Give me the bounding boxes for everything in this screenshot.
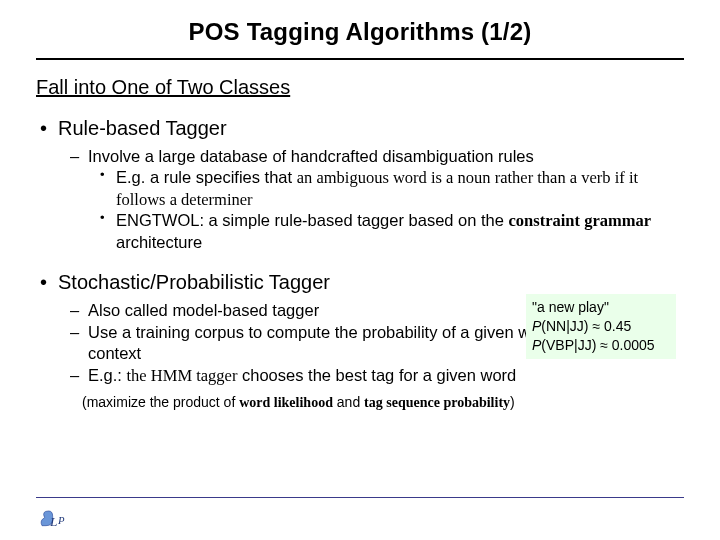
item-rule-based: Rule-based Tagger Involve a large databa… xyxy=(36,117,684,253)
text-em: the HMM tagger xyxy=(127,366,238,385)
item-label: Stochastic/Probabilistic Tagger xyxy=(58,271,330,293)
slp-logo: L P xyxy=(38,504,78,534)
slide-title: POS Tagging Algorithms (1/2) xyxy=(36,18,684,46)
sub-text: Involve a large database of handcrafted … xyxy=(88,147,534,165)
sub-item: E.g.: the HMM tagger chooses the best ta… xyxy=(58,365,684,386)
fn-mid: and xyxy=(333,394,364,410)
sub-item: Involve a large database of handcrafted … xyxy=(58,146,684,253)
text-post: architecture xyxy=(116,233,202,251)
note-prob2: P(VBP|JJ) ≈ 0.0005 xyxy=(532,336,670,355)
subsublist: E.g. a rule specifies that an ambiguous … xyxy=(88,167,684,253)
slp-logo-icon: L P xyxy=(38,504,78,534)
p-sym: P xyxy=(532,318,541,334)
text-post: chooses the best tag for a given word xyxy=(237,366,516,384)
p-sym: P xyxy=(532,337,541,353)
note-line1: "a new play" xyxy=(532,298,670,317)
sublist: Involve a large database of handcrafted … xyxy=(58,146,684,253)
text-pre: ENGTWOL: a simple rule-based tagger base… xyxy=(116,211,509,229)
subsub-item: ENGTWOL: a simple rule-based tagger base… xyxy=(88,210,684,253)
footer-divider xyxy=(36,497,684,498)
fn-post: ) xyxy=(510,394,515,410)
title-divider xyxy=(36,58,684,60)
svg-text:P: P xyxy=(57,515,65,526)
footnote: (maximize the product of word likelihood… xyxy=(82,394,684,411)
item-label: Rule-based Tagger xyxy=(58,117,227,139)
fn-em1: word likelihood xyxy=(239,395,333,410)
sub-text: Also called model-based tagger xyxy=(88,301,319,319)
section-subhead: Fall into One of Two Classes xyxy=(36,76,684,99)
text-em: constraint grammar xyxy=(509,211,652,230)
text-pre: E.g. a rule specifies that xyxy=(116,168,297,186)
p-arg: (NN|JJ) ≈ 0.45 xyxy=(541,318,631,334)
p-arg: (VBP|JJ) ≈ 0.0005 xyxy=(541,337,654,353)
example-callout: "a new play" P(NN|JJ) ≈ 0.45 P(VBP|JJ) ≈… xyxy=(526,294,676,359)
svg-text:L: L xyxy=(49,514,57,529)
subsub-item: E.g. a rule specifies that an ambiguous … xyxy=(88,167,684,210)
text-pre: E.g.: xyxy=(88,366,127,384)
note-prob1: P(NN|JJ) ≈ 0.45 xyxy=(532,317,670,336)
fn-pre: (maximize the product of xyxy=(82,394,239,410)
fn-em2: tag sequence probability xyxy=(364,395,510,410)
